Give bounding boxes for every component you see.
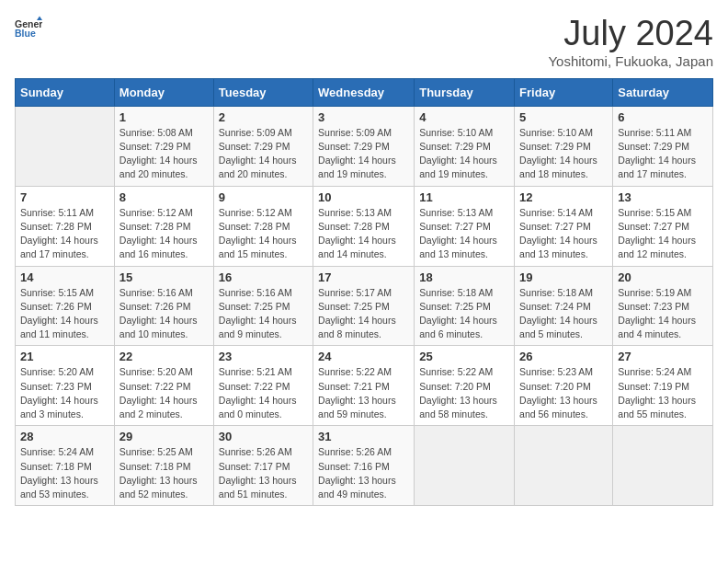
day-number: 30 <box>219 430 308 443</box>
calendar-cell <box>515 426 613 506</box>
day-number: 6 <box>618 110 708 124</box>
logo-icon: General Blue <box>15 15 42 42</box>
calendar-header-row: SundayMondayTuesdayWednesdayThursdayFrid… <box>16 78 713 106</box>
day-info: Sunrise: 5:24 AM Sunset: 7:19 PM Dayligh… <box>618 365 708 421</box>
calendar-cell <box>415 426 515 506</box>
day-info: Sunrise: 5:09 AM Sunset: 7:29 PM Dayligh… <box>318 126 409 182</box>
column-header-monday: Monday <box>114 78 213 106</box>
calendar-cell: 5Sunrise: 5:10 AM Sunset: 7:29 PM Daylig… <box>515 106 613 186</box>
day-number: 12 <box>519 190 608 204</box>
day-number: 17 <box>318 270 409 284</box>
day-number: 26 <box>519 350 608 363</box>
day-info: Sunrise: 5:15 AM Sunset: 7:26 PM Dayligh… <box>20 286 109 342</box>
calendar-cell: 14Sunrise: 5:15 AM Sunset: 7:26 PM Dayli… <box>16 266 115 346</box>
subtitle: Yoshitomi, Fukuoka, Japan <box>548 53 713 69</box>
day-number: 22 <box>119 350 209 363</box>
calendar-cell: 2Sunrise: 5:09 AM Sunset: 7:29 PM Daylig… <box>213 106 313 186</box>
calendar-cell: 28Sunrise: 5:24 AM Sunset: 7:18 PM Dayli… <box>16 426 115 506</box>
calendar-cell: 21Sunrise: 5:20 AM Sunset: 7:23 PM Dayli… <box>16 346 115 426</box>
page-header: General Blue July 2024 Yoshitomi, Fukuok… <box>15 15 713 69</box>
day-info: Sunrise: 5:21 AM Sunset: 7:22 PM Dayligh… <box>219 365 308 421</box>
day-info: Sunrise: 5:22 AM Sunset: 7:21 PM Dayligh… <box>318 365 409 421</box>
day-info: Sunrise: 5:12 AM Sunset: 7:28 PM Dayligh… <box>219 206 308 262</box>
calendar-cell: 30Sunrise: 5:26 AM Sunset: 7:17 PM Dayli… <box>213 426 313 506</box>
calendar-cell: 6Sunrise: 5:11 AM Sunset: 7:29 PM Daylig… <box>613 106 713 186</box>
calendar-cell: 7Sunrise: 5:11 AM Sunset: 7:28 PM Daylig… <box>16 186 115 266</box>
day-number: 2 <box>219 110 308 124</box>
day-info: Sunrise: 5:26 AM Sunset: 7:17 PM Dayligh… <box>219 445 308 501</box>
day-number: 4 <box>419 110 509 124</box>
calendar-week-row: 1Sunrise: 5:08 AM Sunset: 7:29 PM Daylig… <box>16 106 713 186</box>
day-number: 11 <box>419 190 509 204</box>
calendar-week-row: 21Sunrise: 5:20 AM Sunset: 7:23 PM Dayli… <box>16 346 713 426</box>
day-info: Sunrise: 5:20 AM Sunset: 7:22 PM Dayligh… <box>119 365 209 421</box>
day-number: 5 <box>519 110 608 124</box>
day-info: Sunrise: 5:17 AM Sunset: 7:25 PM Dayligh… <box>318 286 409 342</box>
calendar-cell: 26Sunrise: 5:23 AM Sunset: 7:20 PM Dayli… <box>515 346 613 426</box>
day-number: 15 <box>119 270 209 284</box>
day-info: Sunrise: 5:13 AM Sunset: 7:27 PM Dayligh… <box>419 206 509 262</box>
calendar-cell: 24Sunrise: 5:22 AM Sunset: 7:21 PM Dayli… <box>313 346 415 426</box>
day-number: 19 <box>519 270 608 284</box>
day-info: Sunrise: 5:11 AM Sunset: 7:29 PM Dayligh… <box>618 126 708 182</box>
day-info: Sunrise: 5:23 AM Sunset: 7:20 PM Dayligh… <box>519 365 608 421</box>
calendar-week-row: 7Sunrise: 5:11 AM Sunset: 7:28 PM Daylig… <box>16 186 713 266</box>
calendar-cell: 18Sunrise: 5:18 AM Sunset: 7:25 PM Dayli… <box>415 266 515 346</box>
calendar-cell <box>613 426 713 506</box>
day-number: 1 <box>119 110 209 124</box>
calendar-cell: 12Sunrise: 5:14 AM Sunset: 7:27 PM Dayli… <box>515 186 613 266</box>
day-info: Sunrise: 5:10 AM Sunset: 7:29 PM Dayligh… <box>519 126 608 182</box>
day-number: 27 <box>618 350 708 363</box>
day-number: 31 <box>318 430 409 443</box>
calendar-cell: 10Sunrise: 5:13 AM Sunset: 7:28 PM Dayli… <box>313 186 415 266</box>
day-number: 3 <box>318 110 409 124</box>
day-info: Sunrise: 5:12 AM Sunset: 7:28 PM Dayligh… <box>119 206 209 262</box>
day-number: 10 <box>318 190 409 204</box>
calendar-cell: 19Sunrise: 5:18 AM Sunset: 7:24 PM Dayli… <box>515 266 613 346</box>
calendar-cell: 15Sunrise: 5:16 AM Sunset: 7:26 PM Dayli… <box>114 266 213 346</box>
logo: General Blue <box>15 15 42 42</box>
calendar-cell: 17Sunrise: 5:17 AM Sunset: 7:25 PM Dayli… <box>313 266 415 346</box>
day-info: Sunrise: 5:18 AM Sunset: 7:24 PM Dayligh… <box>519 286 608 342</box>
calendar-cell: 4Sunrise: 5:10 AM Sunset: 7:29 PM Daylig… <box>415 106 515 186</box>
calendar-cell: 16Sunrise: 5:16 AM Sunset: 7:25 PM Dayli… <box>213 266 313 346</box>
day-info: Sunrise: 5:24 AM Sunset: 7:18 PM Dayligh… <box>20 445 109 501</box>
day-number: 8 <box>119 190 209 204</box>
day-info: Sunrise: 5:11 AM Sunset: 7:28 PM Dayligh… <box>20 206 109 262</box>
column-header-wednesday: Wednesday <box>313 78 415 106</box>
day-info: Sunrise: 5:20 AM Sunset: 7:23 PM Dayligh… <box>20 365 109 421</box>
day-info: Sunrise: 5:16 AM Sunset: 7:26 PM Dayligh… <box>119 286 209 342</box>
column-header-tuesday: Tuesday <box>213 78 313 106</box>
day-info: Sunrise: 5:10 AM Sunset: 7:29 PM Dayligh… <box>419 126 509 182</box>
day-number: 24 <box>318 350 409 363</box>
day-info: Sunrise: 5:25 AM Sunset: 7:18 PM Dayligh… <box>119 445 209 501</box>
day-number: 14 <box>20 270 109 284</box>
day-number: 9 <box>219 190 308 204</box>
calendar-cell: 27Sunrise: 5:24 AM Sunset: 7:19 PM Dayli… <box>613 346 713 426</box>
calendar-cell: 20Sunrise: 5:19 AM Sunset: 7:23 PM Dayli… <box>613 266 713 346</box>
main-title: July 2024 <box>548 15 713 53</box>
calendar-week-row: 28Sunrise: 5:24 AM Sunset: 7:18 PM Dayli… <box>16 426 713 506</box>
day-info: Sunrise: 5:09 AM Sunset: 7:29 PM Dayligh… <box>219 126 308 182</box>
column-header-friday: Friday <box>515 78 613 106</box>
calendar-cell <box>16 106 115 186</box>
day-info: Sunrise: 5:19 AM Sunset: 7:23 PM Dayligh… <box>618 286 708 342</box>
calendar-cell: 29Sunrise: 5:25 AM Sunset: 7:18 PM Dayli… <box>114 426 213 506</box>
calendar-week-row: 14Sunrise: 5:15 AM Sunset: 7:26 PM Dayli… <box>16 266 713 346</box>
calendar-cell: 31Sunrise: 5:26 AM Sunset: 7:16 PM Dayli… <box>313 426 415 506</box>
day-info: Sunrise: 5:26 AM Sunset: 7:16 PM Dayligh… <box>318 445 409 501</box>
calendar-cell: 1Sunrise: 5:08 AM Sunset: 7:29 PM Daylig… <box>114 106 213 186</box>
calendar-cell: 8Sunrise: 5:12 AM Sunset: 7:28 PM Daylig… <box>114 186 213 266</box>
calendar-cell: 9Sunrise: 5:12 AM Sunset: 7:28 PM Daylig… <box>213 186 313 266</box>
svg-text:Blue: Blue <box>15 28 36 39</box>
day-info: Sunrise: 5:08 AM Sunset: 7:29 PM Dayligh… <box>119 126 209 182</box>
day-number: 13 <box>618 190 708 204</box>
calendar-cell: 3Sunrise: 5:09 AM Sunset: 7:29 PM Daylig… <box>313 106 415 186</box>
day-number: 7 <box>20 190 109 204</box>
day-number: 29 <box>119 430 209 443</box>
day-info: Sunrise: 5:15 AM Sunset: 7:27 PM Dayligh… <box>618 206 708 262</box>
title-area: July 2024 Yoshitomi, Fukuoka, Japan <box>548 15 713 69</box>
day-number: 25 <box>419 350 509 363</box>
calendar-cell: 25Sunrise: 5:22 AM Sunset: 7:20 PM Dayli… <box>415 346 515 426</box>
day-number: 28 <box>20 430 109 443</box>
